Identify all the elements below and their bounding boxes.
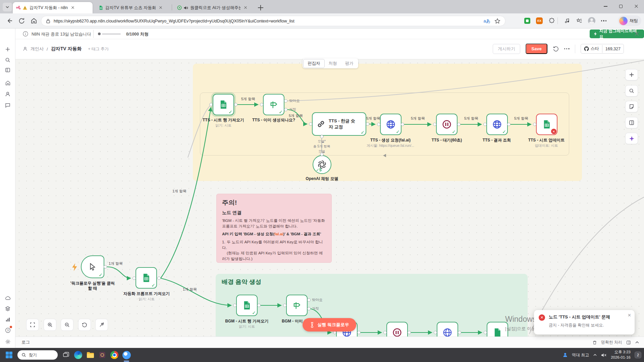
zoom-in-button[interactable] xyxy=(44,319,56,331)
new-tab-button[interactable] xyxy=(257,4,264,11)
port-false[interactable] xyxy=(284,108,287,111)
port[interactable] xyxy=(484,331,487,334)
back-icon[interactable] xyxy=(6,17,13,24)
node-tts-update[interactable] xyxy=(536,114,557,135)
port[interactable] xyxy=(234,103,237,106)
node-tts-chain[interactable]: TTS - 한글 숫자 교정 xyxy=(312,112,366,136)
port[interactable] xyxy=(283,304,286,307)
port[interactable] xyxy=(533,123,536,126)
port[interactable] xyxy=(132,277,136,280)
port[interactable] xyxy=(257,304,261,307)
taskbar-edge-icon[interactable] xyxy=(73,350,83,360)
tab-editor[interactable]: 편집자 xyxy=(303,59,325,68)
github-star-widget[interactable]: 스타 169,327 xyxy=(581,44,624,54)
sidebar-settings-icon[interactable] xyxy=(4,338,11,345)
profile-avatar[interactable] xyxy=(588,17,596,25)
tray-chevron-up-icon[interactable] xyxy=(593,353,597,357)
port[interactable] xyxy=(157,277,161,280)
clear-execution-label[interactable]: 명확한 처리 xyxy=(601,340,622,345)
port[interactable] xyxy=(457,123,461,126)
sidebar-panel-icon[interactable] xyxy=(4,66,11,74)
chevron-up-icon[interactable] xyxy=(635,340,639,345)
add-node-button[interactable] xyxy=(625,69,638,80)
tab-close-icon[interactable] xyxy=(70,5,76,11)
node-tts-request[interactable] xyxy=(380,114,401,135)
search-canvas-button[interactable] xyxy=(625,85,638,97)
taskbar-active-app-icon[interactable] xyxy=(121,350,131,360)
add-tag-button[interactable]: + 태그 추가 xyxy=(88,46,109,52)
window-close-button[interactable] xyxy=(629,0,644,13)
sidebar-help-icon[interactable]: ? xyxy=(4,326,11,334)
publish-button[interactable]: 게시하기 xyxy=(493,44,520,54)
node-prompt-get[interactable] xyxy=(136,267,157,289)
port[interactable] xyxy=(401,123,404,126)
extension-green-icon[interactable] xyxy=(523,17,531,25)
start-button[interactable] xyxy=(4,350,14,360)
collections-icon[interactable] xyxy=(575,17,583,25)
port[interactable] xyxy=(357,331,361,334)
project-name[interactable]: 개인사 xyxy=(31,46,44,52)
sidebar-home-icon[interactable] xyxy=(4,79,11,86)
node-tts-result[interactable] xyxy=(486,114,508,135)
history-icon[interactable] xyxy=(553,46,559,52)
sidebar-add-icon[interactable] xyxy=(4,46,11,53)
browser-tab-2[interactable]: 감자TV 유튜부 쇼츠 자동화 - Goog xyxy=(95,2,170,13)
more-options-icon[interactable] xyxy=(564,48,570,49)
panel-toggle-icon[interactable] xyxy=(626,340,631,345)
sidebar-cloud-icon[interactable] xyxy=(4,294,11,302)
taskbar-search[interactable]: 찾기 xyxy=(17,350,58,360)
port[interactable] xyxy=(408,331,411,334)
port[interactable] xyxy=(507,123,511,126)
widget-label[interactable]: 역대 최고 xyxy=(572,352,589,358)
trash-icon[interactable] xyxy=(592,340,597,345)
node-tts-wait[interactable] xyxy=(436,114,458,135)
port[interactable] xyxy=(377,123,380,126)
tab-close-icon[interactable] xyxy=(158,5,164,11)
address-bar[interactable]: https://skypsb6270.app.n8n.cloud/workflo… xyxy=(41,16,505,26)
fit-view-button[interactable] xyxy=(26,319,39,331)
tidy-up-button[interactable] xyxy=(95,319,108,331)
toast-close-icon[interactable]: ✕ xyxy=(628,313,631,318)
window-minimize-button[interactable] xyxy=(598,0,613,13)
widget-person-icon[interactable] xyxy=(562,352,568,358)
media-control-icon[interactable] xyxy=(563,17,571,25)
tab-executions[interactable]: 처형 xyxy=(325,59,341,68)
notification-count-badge[interactable]: 2 xyxy=(635,352,641,358)
port-true[interactable] xyxy=(307,298,311,302)
refresh-icon[interactable] xyxy=(18,17,25,24)
log-panel-bar[interactable]: 로그 명확한 처리 xyxy=(15,337,644,348)
execute-workflow-button[interactable]: 실행 워크플로우 xyxy=(303,318,356,331)
workflow-title[interactable]: 감자TV 자동화 xyxy=(51,46,82,52)
port[interactable] xyxy=(483,123,487,126)
layout-panel-button[interactable] xyxy=(625,117,638,128)
port[interactable] xyxy=(433,123,436,126)
task-view-button[interactable] xyxy=(61,350,71,360)
copilot-chat-button[interactable]: 채팅 xyxy=(618,15,641,26)
undo-button[interactable] xyxy=(78,319,91,331)
port[interactable] xyxy=(383,331,387,334)
favorite-star-icon[interactable] xyxy=(494,18,500,24)
banner-close-icon[interactable] xyxy=(635,32,639,36)
port[interactable] xyxy=(209,103,213,106)
node-manual-trigger[interactable] xyxy=(81,255,104,278)
port-false[interactable] xyxy=(307,307,311,310)
tab-close-icon[interactable] xyxy=(243,5,249,11)
taskbar-app-icon[interactable] xyxy=(97,350,107,360)
sidebar-templates-icon[interactable] xyxy=(4,305,11,312)
sticky-note-button[interactable] xyxy=(625,101,638,112)
port[interactable] xyxy=(366,122,369,126)
sidebar-personal-icon[interactable] xyxy=(4,90,11,98)
node-tts-if[interactable] xyxy=(263,94,284,115)
ai-assistant-button[interactable] xyxy=(625,133,638,144)
port[interactable] xyxy=(434,331,437,334)
tab-evaluations[interactable]: 평가 xyxy=(341,59,358,68)
node-bgm-sheet-get[interactable] xyxy=(236,295,258,316)
node-openai-model[interactable] xyxy=(313,155,331,174)
translate-icon[interactable]: aあ xyxy=(483,18,490,24)
warning-sticky-note[interactable]: 주의! 노드 연결 'BGM - 시트 행 가져오기' 노드를 이전 섹션의 노… xyxy=(216,194,332,263)
extension-ex-icon[interactable]: EX xyxy=(535,17,543,25)
zoom-out-button[interactable] xyxy=(61,319,73,331)
settings-dots-icon[interactable] xyxy=(600,17,608,25)
browser-tab-3[interactable]: 원클릭으로 AI가 생성해주는 Y xyxy=(174,2,253,13)
speaker-muted-icon[interactable] xyxy=(601,353,607,358)
